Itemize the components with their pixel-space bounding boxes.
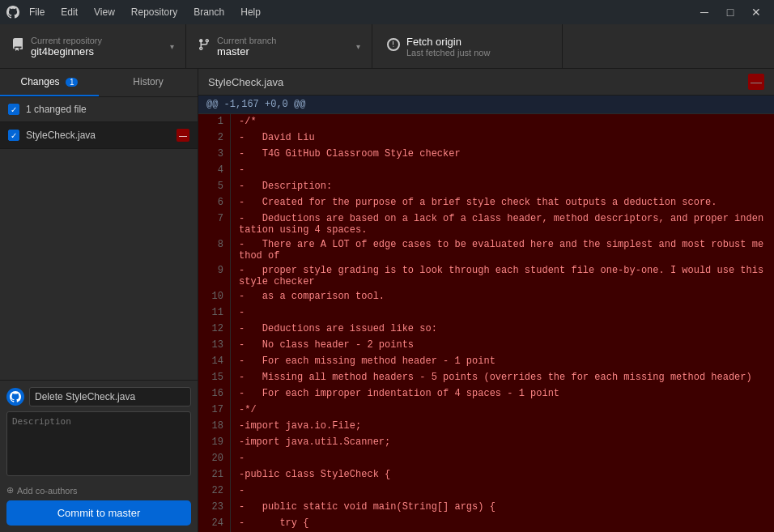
line-content: - as a comparison tool.	[231, 289, 774, 305]
tab-changes[interactable]: Changes 1	[0, 69, 99, 96]
title-bar-left: File Edit View Repository Branch Help	[6, 5, 264, 19]
line-number: 14	[198, 354, 231, 370]
diff-header: StyleCheck.java —	[198, 69, 774, 96]
line-number: 18	[198, 419, 231, 435]
commit-title-input[interactable]	[29, 387, 191, 406]
maximize-button[interactable]: □	[719, 3, 742, 21]
fetch-origin-section[interactable]: Fetch origin Last fetched just now	[372, 24, 563, 68]
left-spacer	[0, 149, 198, 380]
diff-line: 6- Created for the purpose of a brief st…	[198, 195, 774, 211]
line-content: -	[231, 451, 774, 467]
diff-line: 2- David Liu	[198, 130, 774, 147]
line-content: - Description:	[231, 179, 774, 195]
line-number: 7	[198, 211, 231, 237]
line-content: - No class header - 2 points	[231, 338, 774, 354]
select-all-checkbox[interactable]: ✓	[8, 104, 19, 115]
diff-content[interactable]: @@ -1,167 +0,0 @@ 1-/*2- David Liu3- T4G…	[198, 96, 774, 532]
diff-line: 14- For each missing method header - 1 p…	[198, 354, 774, 370]
title-bar-menu: File Edit View Repository Branch Help	[26, 5, 264, 19]
close-button[interactable]: ✕	[745, 3, 768, 21]
title-bar-controls: ─ □ ✕	[693, 3, 768, 21]
menu-view[interactable]: View	[91, 5, 118, 19]
line-number: 20	[198, 451, 231, 467]
branch-text: Current branch master	[217, 36, 276, 57]
line-number: 23	[198, 500, 231, 516]
line-number: 13	[198, 338, 231, 354]
line-number: 12	[198, 321, 231, 338]
diff-line: 8- There are A LOT of edge cases to be e…	[198, 237, 774, 263]
diff-line: 19-import java.util.Scanner;	[198, 435, 774, 451]
line-number: 10	[198, 289, 231, 305]
add-coauthor[interactable]: ⊕ Add co-authors	[6, 483, 191, 500]
diff-collapse-icon[interactable]: —	[748, 74, 764, 90]
plus-icon: ⊕	[6, 485, 14, 496]
diff-line: 21-public class StyleCheck {	[198, 467, 774, 483]
repo-label: Current repository	[31, 36, 102, 45]
add-coauthor-label: Add co-authors	[17, 486, 78, 496]
commit-button[interactable]: Commit to master	[6, 500, 191, 526]
current-branch-section[interactable]: Current branch master ▾	[186, 24, 372, 68]
current-repository-section[interactable]: Current repository git4beginners ▾	[0, 24, 186, 68]
changed-count: 1 changed file	[26, 104, 87, 115]
diff-line: 22-	[198, 483, 774, 500]
checkmark-icon: ✓	[11, 105, 17, 114]
branch-label: Current branch	[217, 36, 276, 45]
branch-name: master	[217, 45, 276, 57]
file-delete-icon[interactable]: —	[176, 129, 189, 142]
main-layout: Changes 1 History ✓ 1 changed file ✓ Sty…	[0, 69, 774, 532]
line-number: 5	[198, 179, 231, 195]
fetch-text: Fetch origin Last fetched just now	[406, 36, 490, 57]
diff-line: 1-/*	[198, 114, 774, 130]
line-number: 9	[198, 263, 231, 289]
file-item[interactable]: ✓ StyleCheck.java —	[0, 122, 198, 149]
diff-hunk-header: @@ -1,167 +0,0 @@	[198, 96, 774, 114]
repo-chevron-icon: ▾	[170, 42, 174, 51]
line-number: 6	[198, 195, 231, 211]
branch-icon	[198, 38, 211, 55]
line-content: -	[231, 305, 774, 321]
line-number: 17	[198, 402, 231, 419]
fetch-icon	[387, 38, 400, 54]
github-logo-icon	[6, 6, 19, 19]
diff-line: 15- Missing all method headers - 5 point…	[198, 370, 774, 386]
diff-line: 10- as a comparison tool.	[198, 289, 774, 305]
diff-line: 24- try {	[198, 516, 774, 532]
repo-text: Current repository git4beginners	[31, 36, 102, 57]
line-content: - Created for the purpose of a brief sty…	[231, 195, 774, 211]
line-content: - For each missing method header - 1 poi…	[231, 354, 774, 370]
menu-help[interactable]: Help	[237, 5, 264, 19]
line-number: 11	[198, 305, 231, 321]
file-checkbox[interactable]: ✓	[8, 130, 19, 141]
menu-repository[interactable]: Repository	[128, 5, 181, 19]
line-content: - proper style grading is to look throug…	[231, 263, 774, 289]
diff-line: 18-import java.io.File;	[198, 419, 774, 435]
tabs: Changes 1 History	[0, 69, 198, 97]
diff-line: 20-	[198, 451, 774, 467]
line-content: -*/	[231, 402, 774, 419]
changed-file-header: ✓ 1 changed file	[0, 97, 198, 122]
diff-line: 3- T4G GitHub Classroom Style checker	[198, 147, 774, 163]
diff-line: 7- Deductions are based on a lack of a c…	[198, 211, 774, 237]
line-number: 22	[198, 483, 231, 500]
line-content: -import java.io.File;	[231, 419, 774, 435]
diff-line: 17-*/	[198, 402, 774, 419]
commit-description-input[interactable]	[6, 411, 191, 476]
file-checkmark-icon: ✓	[11, 131, 17, 140]
menu-file[interactable]: File	[26, 5, 48, 19]
line-number: 2	[198, 130, 231, 147]
diff-line: 4-	[198, 163, 774, 179]
toolbar: Current repository git4beginners ▾ Curre…	[0, 24, 774, 69]
repo-name: git4beginners	[31, 45, 102, 57]
branch-chevron-icon: ▾	[356, 42, 360, 51]
repo-icon	[11, 38, 24, 55]
diff-line: 13- No class header - 2 points	[198, 338, 774, 354]
line-content: -/*	[231, 114, 774, 130]
menu-edit[interactable]: Edit	[57, 5, 81, 19]
tab-history[interactable]: History	[99, 69, 198, 96]
fetch-label: Fetch origin	[406, 36, 490, 48]
minimize-button[interactable]: ─	[693, 3, 716, 21]
line-number: 16	[198, 386, 231, 402]
menu-branch[interactable]: Branch	[190, 5, 228, 19]
line-number: 21	[198, 467, 231, 483]
diff-lines-container: 1-/*2- David Liu3- T4G GitHub Classroom …	[198, 114, 774, 532]
